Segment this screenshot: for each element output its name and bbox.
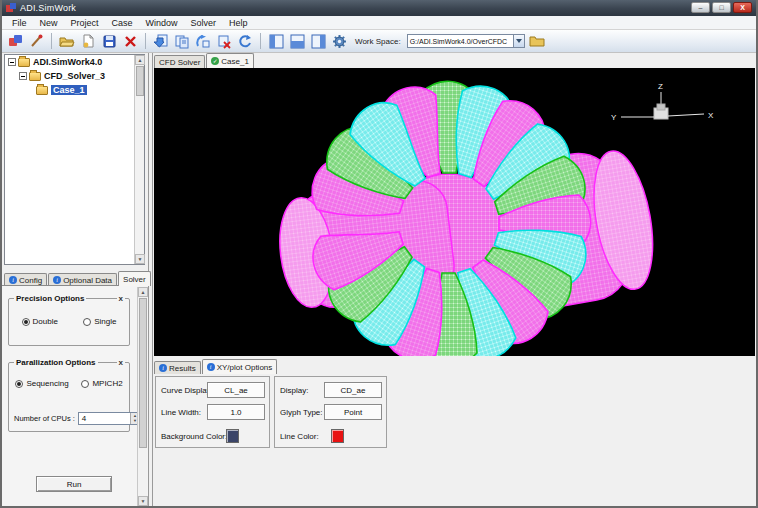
curve-display-button[interactable]: CL_ae [207,382,265,398]
delete-icon[interactable] [121,32,139,50]
app-flag-icon[interactable] [6,32,24,50]
menu-solver[interactable]: Solver [185,17,223,29]
check-icon: ✓ [211,57,219,65]
curve-display-label: Curve Display: [156,386,213,395]
radio-icon[interactable] [22,318,30,326]
group-close-icon[interactable]: x [117,358,125,367]
scroll-down-icon[interactable]: ▼ [135,254,145,264]
left-tab-bar: i Config i Optional Data Solver [4,271,152,286]
workspace-combobox[interactable]: G:/ADI.SimWork4.0/OverCFDC [407,34,525,48]
tab-results[interactable]: i Results [154,361,201,374]
paste-case-icon[interactable] [194,32,212,50]
line-color-swatch[interactable] [331,429,344,443]
radio-icon[interactable] [81,380,89,388]
tab-label: Solver [123,275,146,284]
minimize-button[interactable]: – [691,2,710,13]
save-icon[interactable] [100,32,118,50]
solver-panel-scrollbar[interactable]: ▲ ▼ [137,287,147,506]
group-title: Parallization Options [14,358,98,367]
scroll-up-icon[interactable]: ▲ [135,55,145,65]
right-column: CFD Solver ✓ Case_1 [153,53,756,506]
browse-folder-icon[interactable] [528,32,546,50]
scroll-thumb[interactable] [139,298,147,448]
viewport-3d[interactable]: Z Y X [154,68,755,356]
display-button[interactable]: CD_ae [324,382,382,398]
menu-file[interactable]: File [6,17,33,29]
import-case-icon[interactable] [152,32,170,50]
tree-item-label-selected[interactable]: Case_1 [51,85,87,95]
tab-label: Results [169,364,196,373]
background-color-swatch[interactable] [226,429,239,443]
menu-case[interactable]: Case [106,17,139,29]
tree-item-root[interactable]: ADI.SimWork4.0 [5,55,144,69]
menu-help[interactable]: Help [223,17,254,29]
window-title: ADI.SimWork [20,3,76,13]
folder-icon [18,58,30,67]
layout-right-icon[interactable] [309,32,327,50]
cpus-value[interactable]: 4 [82,414,86,423]
toolbar: Work Space: G:/ADI.SimWork4.0/OverCFDC [2,30,756,53]
close-button[interactable]: X [733,2,752,13]
radio-label: MPICH2 [92,379,122,388]
app-window: ADI.SimWork – □ X File New Project Case … [0,0,758,508]
settings-gear-icon[interactable] [330,32,348,50]
solver-panel: Precision Options x Double Single [2,285,148,506]
brush-icon[interactable] [27,32,45,50]
radio-single[interactable]: Single [83,317,116,326]
parallelization-options-group: Parallization Options x Sequencing MPICH… [8,362,130,432]
tab-label: Optional Data [63,276,112,285]
left-column: ADI.SimWork4.0 CFD_Solver_3 Case_1 ▲ ▼ [2,53,148,506]
folder-icon [29,72,41,81]
menu-project[interactable]: Project [65,17,105,29]
tree-item-solver[interactable]: CFD_Solver_3 [5,69,144,83]
cpus-spinner[interactable]: 4 ▲▼ [78,412,140,425]
expander-icon[interactable] [8,58,16,66]
tree-item-label[interactable]: CFD_Solver_3 [44,71,105,81]
scroll-up-icon[interactable]: ▲ [138,287,148,297]
scroll-down-icon[interactable]: ▼ [138,496,148,506]
tab-label: XY/plot Options [217,363,273,372]
tab-solver[interactable]: Solver [118,271,151,286]
axis-z-label: Z [658,82,663,91]
glyph-type-button[interactable]: Point [324,404,382,420]
combo-dropdown-icon[interactable] [513,35,524,47]
radio-mpich2[interactable]: MPICH2 [81,379,122,388]
copy-case-icon[interactable] [173,32,191,50]
project-tree: ADI.SimWork4.0 CFD_Solver_3 Case_1 ▲ ▼ [4,54,145,265]
tab-xyplot-options[interactable]: i XY/plot Options [202,359,278,374]
radio-icon[interactable] [15,380,23,388]
layout-bottom-icon[interactable] [288,32,306,50]
menu-new[interactable]: New [34,17,64,29]
tab-cfd-solver[interactable]: CFD Solver [154,55,205,68]
run-button[interactable]: Run [36,476,112,492]
line-width-label: Line Width: [156,408,201,417]
layout-left-icon[interactable] [267,32,285,50]
tree-item-case[interactable]: Case_1 [5,83,144,97]
line-width-button[interactable]: 1.0 [207,404,265,420]
precision-options-group: Precision Options x Double Single [8,298,130,346]
radio-double[interactable]: Double [22,317,58,326]
info-icon: i [207,363,215,371]
scroll-thumb[interactable] [136,66,144,96]
maximize-button[interactable]: □ [712,2,731,13]
app-logo-icon [6,3,17,14]
radio-label: Sequencing [26,379,68,388]
group-close-icon[interactable]: x [117,294,125,303]
menu-window[interactable]: Window [140,17,184,29]
tree-item-label[interactable]: ADI.SimWork4.0 [33,57,102,67]
expander-icon[interactable] [19,72,27,80]
tree-scrollbar[interactable]: ▲ ▼ [134,55,144,264]
delete-case-icon[interactable] [215,32,233,50]
folder-icon [36,86,48,95]
refresh-case-icon[interactable] [236,32,254,50]
tab-label: CFD Solver [159,58,200,67]
tab-case-1[interactable]: ✓ Case_1 [206,53,254,68]
radio-label: Single [94,317,116,326]
new-file-icon[interactable] [79,32,97,50]
radio-icon[interactable] [83,318,91,326]
main-content: ADI.SimWork4.0 CFD_Solver_3 Case_1 ▲ ▼ [2,53,756,506]
open-project-icon[interactable] [58,32,76,50]
radio-label: Double [33,317,58,326]
radio-sequencing[interactable]: Sequencing [15,379,68,388]
tab-label: Case_1 [221,57,249,66]
